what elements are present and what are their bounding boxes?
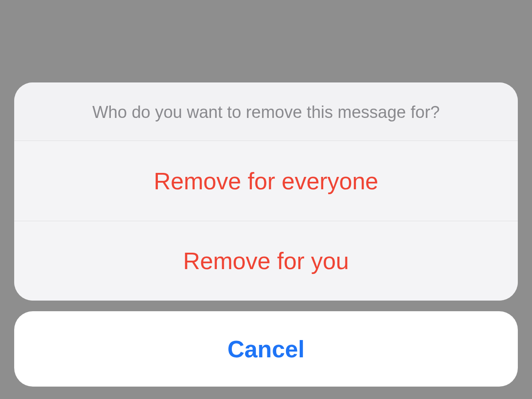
remove-for-everyone-button[interactable]: Remove for everyone	[14, 141, 518, 221]
action-sheet-title: Who do you want to remove this message f…	[14, 82, 518, 141]
remove-for-you-button[interactable]: Remove for you	[14, 221, 518, 301]
action-sheet: Who do you want to remove this message f…	[14, 82, 518, 387]
cancel-button[interactable]: Cancel	[14, 311, 518, 387]
action-sheet-main: Who do you want to remove this message f…	[14, 82, 518, 301]
